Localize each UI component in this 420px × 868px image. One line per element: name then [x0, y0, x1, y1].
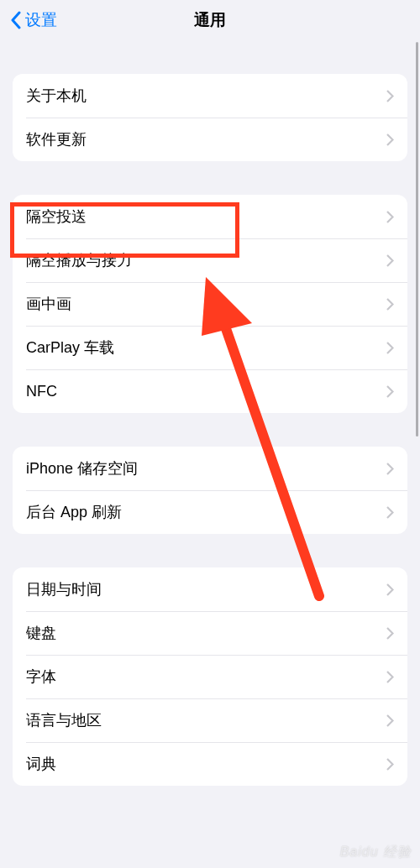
- back-button[interactable]: 设置: [10, 9, 57, 31]
- row-iphone-storage[interactable]: iPhone 储存空间: [13, 447, 407, 490]
- chevron-right-icon: [386, 133, 394, 146]
- row-label: 日期与时间: [26, 579, 102, 599]
- settings-content: 关于本机 软件更新 隔空投送 隔空播放与接力 画中画 CarPlay 车载 NF…: [0, 74, 420, 786]
- chevron-right-icon: [386, 714, 394, 727]
- row-label: 隔空投送: [26, 207, 87, 227]
- watermark: Baidu 经验: [340, 844, 412, 861]
- row-label: CarPlay 车载: [26, 337, 114, 358]
- row-label: 字体: [26, 667, 56, 687]
- row-nfc[interactable]: NFC: [13, 369, 407, 413]
- chevron-right-icon: [386, 671, 394, 683]
- row-software-update[interactable]: 软件更新: [13, 118, 407, 161]
- row-about[interactable]: 关于本机: [13, 74, 407, 118]
- row-label: NFC: [26, 383, 57, 400]
- chevron-right-icon: [386, 298, 394, 311]
- chevron-left-icon: [10, 11, 22, 29]
- row-airplay-handoff[interactable]: 隔空播放与接力: [13, 238, 407, 282]
- row-label: 词典: [26, 754, 56, 774]
- row-label: 软件更新: [26, 129, 87, 149]
- row-label: 语言与地区: [26, 710, 102, 730]
- chevron-right-icon: [386, 583, 394, 596]
- back-label: 设置: [25, 9, 57, 31]
- settings-group-2: iPhone 储存空间 后台 App 刷新: [13, 447, 407, 534]
- row-date-time[interactable]: 日期与时间: [13, 567, 407, 611]
- row-label: 画中画: [26, 294, 71, 314]
- row-fonts[interactable]: 字体: [13, 655, 407, 698]
- row-label: 隔空播放与接力: [26, 250, 132, 270]
- row-background-refresh[interactable]: 后台 App 刷新: [13, 490, 407, 534]
- chevron-right-icon: [386, 90, 394, 102]
- row-language-region[interactable]: 语言与地区: [13, 698, 407, 742]
- settings-group-3: 日期与时间 键盘 字体 语言与地区 词典: [13, 567, 407, 786]
- nav-header: 设置 通用: [0, 0, 420, 40]
- row-dictionary[interactable]: 词典: [13, 742, 407, 786]
- row-carplay[interactable]: CarPlay 车载: [13, 326, 407, 369]
- chevron-right-icon: [386, 211, 394, 223]
- settings-group-1: 隔空投送 隔空播放与接力 画中画 CarPlay 车载 NFC: [13, 195, 407, 413]
- row-pip[interactable]: 画中画: [13, 282, 407, 326]
- row-label: 关于本机: [26, 86, 87, 106]
- scroll-indicator[interactable]: [416, 42, 418, 437]
- chevron-right-icon: [386, 627, 394, 640]
- chevron-right-icon: [386, 758, 394, 771]
- page-title: 通用: [194, 9, 226, 31]
- chevron-right-icon: [386, 385, 394, 398]
- chevron-right-icon: [386, 506, 394, 519]
- settings-group-0: 关于本机 软件更新: [13, 74, 407, 161]
- chevron-right-icon: [386, 342, 394, 354]
- row-label: 后台 App 刷新: [26, 502, 122, 522]
- row-airdrop[interactable]: 隔空投送: [13, 195, 407, 238]
- chevron-right-icon: [386, 463, 394, 475]
- row-label: 键盘: [26, 623, 56, 643]
- row-keyboard[interactable]: 键盘: [13, 611, 407, 655]
- row-label: iPhone 储存空间: [26, 458, 138, 478]
- chevron-right-icon: [386, 254, 394, 267]
